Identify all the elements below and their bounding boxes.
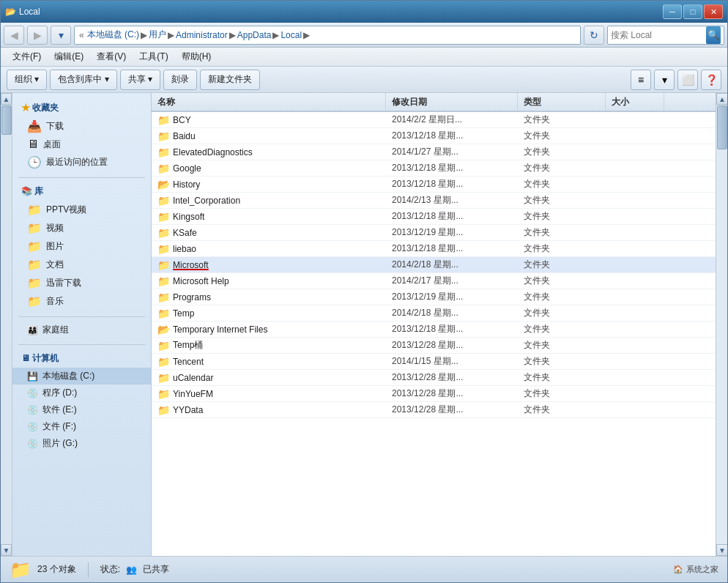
video-icon: 📁 [27,221,42,235]
menu-tools[interactable]: 工具(T) [133,49,174,64]
table-row[interactable]: 📁 ElevatedDiagnostics 2014/1/27 星期... 文件… [152,144,716,160]
view-dropdown-button[interactable]: ▾ [654,70,675,90]
sidebar-container: ▲ ▼ ★ 收藏夹 📥 下载 [1,93,152,556]
sidebar-item-g-drive[interactable]: 💿 照片 (G:) [12,435,151,452]
layout-button[interactable]: ⬜ [677,70,698,90]
sidebar-item-music[interactable]: 📁 音乐 [12,292,151,311]
table-row[interactable]: 📁 KSafe 2013/12/19 星期... 文件夹 [152,225,716,241]
sidebar-item-desktop[interactable]: 🖥 桌面 [12,135,151,153]
new-folder-button[interactable]: 新建文件夹 [200,70,260,90]
file-type-cell: 文件夹 [518,162,606,174]
table-row[interactable]: 📁 Intel_Corporation 2014/2/13 星期... 文件夹 [152,193,716,209]
file-name: Google [173,163,201,174]
desktop-folder-icon: 🖥 [27,138,39,151]
file-name: YinYueFM [173,389,213,399]
path-item-local[interactable]: Local [281,30,302,40]
status-folder-icon: 📁 [10,560,31,580]
search-input[interactable] [611,30,706,40]
file-name-cell: 📂 Temporary Internet Files [152,324,386,335]
sidebar-scroll-down[interactable]: ▼ [1,544,12,556]
sidebar-item-xunlei[interactable]: 📁 迅雷下载 [12,274,151,292]
col-header-type[interactable]: 类型 [518,93,606,111]
path-item-admin[interactable]: Administrator [176,30,228,40]
table-row[interactable]: 📁 Baidu 2013/12/18 星期... 文件夹 [152,128,716,144]
sidebar-item-homegroup[interactable]: 👨‍👩‍👧 家庭组 [12,322,151,338]
pictures-icon: 📁 [27,239,42,253]
sidebar-item-c-drive[interactable]: 💾 本地磁盘 (C:) [12,368,151,385]
sidebar-item-recent[interactable]: 🕒 最近访问的位置 [12,153,151,171]
sidebar-item-video[interactable]: 📁 视频 [12,219,151,237]
folder-icon: 📁 [157,163,170,174]
file-name: Temp [173,308,194,319]
forward-button[interactable]: ▶ [27,26,48,45]
sidebar-item-pptv[interactable]: 📁 PPTV视频 [12,201,151,219]
include-library-button[interactable]: 包含到库中 ▾ [50,70,116,90]
file-date-cell: 2014/2/2 星期日... [386,114,518,126]
table-row[interactable]: 📁 Microsoft Help 2014/2/17 星期... 文件夹 [152,273,716,289]
file-name: Intel_Corporation [173,196,240,206]
table-row[interactable]: 📂 Temporary Internet Files 2013/12/18 星期… [152,322,716,338]
col-header-name[interactable]: 名称 [152,93,386,111]
table-row[interactable]: 📁 Kingsoft 2013/12/18 星期... 文件夹 [152,209,716,225]
documents-icon: 📁 [27,258,42,272]
table-row[interactable]: 📁 YinYueFM 2013/12/28 星期... 文件夹 [152,386,716,402]
maximize-button[interactable]: □ [683,4,702,19]
file-name-cell: 📁 Microsoft Help [152,275,386,287]
menu-help[interactable]: 帮助(H) [176,49,218,64]
table-row[interactable]: 📁 Programs 2013/12/19 星期... 文件夹 [152,289,716,305]
address-path[interactable]: « 本地磁盘 (C:) ▶ 用户 ▶ Administrator ▶ AppDa… [74,26,581,45]
folder-icon: 📁 [157,211,170,223]
sidebar-scroll-up[interactable]: ▲ [1,93,12,105]
back-button[interactable]: ◀ [4,26,24,45]
sidebar-scroll-thumb[interactable] [1,105,12,135]
sidebar-item-download[interactable]: 📥 下载 [12,117,151,135]
col-header-date[interactable]: 修改日期 [386,93,518,111]
file-date-cell: 2013/12/18 星期... [386,178,518,190]
minimize-button[interactable]: ─ [663,4,682,19]
table-row[interactable]: 📁 Temp桶 2013/12/28 星期... 文件夹 [152,338,716,354]
menu-view[interactable]: 查看(V) [91,49,132,64]
sidebar-item-f-drive[interactable]: 💿 文件 (F:) [12,418,151,435]
table-row[interactable]: 📁 Google 2013/12/18 星期... 文件夹 [152,160,716,177]
file-name-cell: 📁 Temp [152,308,386,319]
sidebar-item-d-drive[interactable]: 💿 程序 (D:) [12,385,151,401]
search-button[interactable]: 🔍 [706,26,721,44]
menu-file[interactable]: 文件(F) [7,49,47,64]
file-type-cell: 文件夹 [518,226,606,239]
menu-edit[interactable]: 编辑(E) [48,49,89,64]
col-header-size[interactable]: 大小 [606,93,664,111]
path-item-c[interactable]: 本地磁盘 (C:) [87,29,139,41]
scroll-down-button[interactable]: ▼ [716,544,727,556]
close-button[interactable]: ✕ [704,4,723,19]
file-name-cell: 📁 Tencent [152,356,386,368]
path-item-appdata[interactable]: AppData [237,30,272,40]
table-row[interactable]: 📁 YYData 2013/12/28 星期... 文件夹 [152,402,716,418]
scroll-up-button[interactable]: ▲ [716,93,727,105]
organize-button[interactable]: 组织 ▾ [7,70,47,90]
help-button[interactable]: ❓ [701,70,721,90]
file-name-cell: 📂 History [152,179,386,190]
sidebar-item-pictures[interactable]: 📁 图片 [12,237,151,256]
dropdown-button[interactable]: ▾ [51,26,71,45]
table-row[interactable]: 📁 Temp 2014/2/18 星期... 文件夹 [152,305,716,322]
table-row[interactable]: 📂 History 2013/12/18 星期... 文件夹 [152,177,716,193]
refresh-button[interactable]: ↻ [584,26,604,45]
file-type-cell: 文件夹 [518,194,606,207]
sidebar-item-e-drive[interactable]: 💿 软件 (E:) [12,401,151,418]
sidebar-item-documents[interactable]: 📁 文档 [12,256,151,274]
table-row[interactable]: 📁 Microsoft 2014/2/18 星期... 文件夹 [152,257,716,273]
path-item-users[interactable]: 用户 [149,29,166,41]
view-mode-button[interactable]: ≡ [631,70,651,90]
file-name-cell: 📁 Google [152,163,386,174]
menu-bar: 文件(F) 编辑(E) 查看(V) 工具(T) 帮助(H) [1,48,727,67]
table-row[interactable]: 📁 Tencent 2014/1/15 星期... 文件夹 [152,354,716,370]
table-row[interactable]: 📁 uCalendar 2013/12/28 星期... 文件夹 [152,370,716,386]
watermark-icon: 🏠 [673,565,683,574]
table-row[interactable]: 📁 liebao 2013/12/18 星期... 文件夹 [152,241,716,257]
table-row[interactable]: 📁 BCY 2014/2/2 星期日... 文件夹 [152,112,716,128]
burn-button[interactable]: 刻录 [163,70,197,90]
file-date-cell: 2014/2/13 星期... [386,194,518,207]
search-box[interactable]: 🔍 [607,26,724,45]
scroll-thumb[interactable] [717,105,727,149]
share-button[interactable]: 共享 ▾ [120,70,160,90]
